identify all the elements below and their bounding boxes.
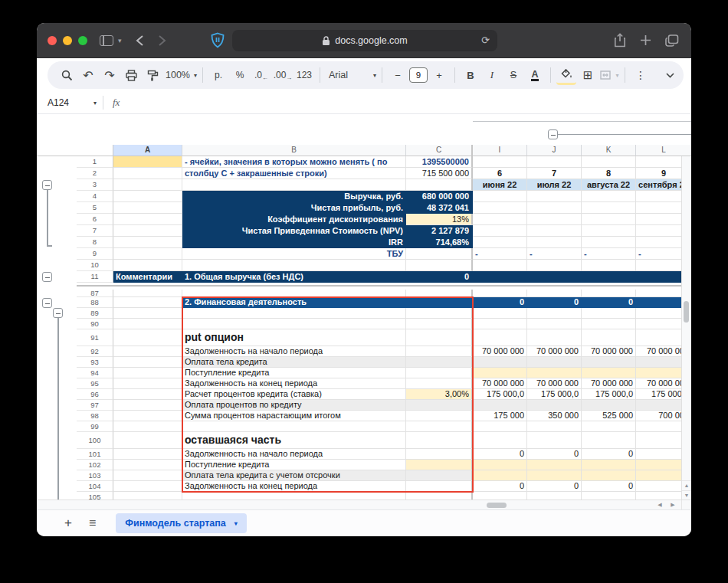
cell-K11[interactable]	[582, 271, 636, 283]
cell-J6[interactable]	[527, 214, 582, 225]
row-header-102[interactable]: 102	[77, 460, 113, 470]
cell-J101[interactable]: 0	[527, 449, 582, 460]
cell-K3[interactable]: августа 22	[582, 179, 636, 191]
tab-overview-icon[interactable]	[665, 34, 679, 47]
cell-B96[interactable]: Расчет процентов кредита (ставка)	[182, 389, 406, 400]
cell-J11[interactable]	[527, 271, 582, 283]
cell-I104[interactable]: 0	[473, 481, 527, 492]
row-header-4[interactable]: 4	[77, 191, 113, 202]
cell-A4[interactable]	[113, 191, 182, 202]
cell-I97[interactable]	[473, 400, 527, 411]
cell-J92[interactable]: 70 000 000	[527, 346, 582, 357]
cell-K93[interactable]	[582, 357, 636, 368]
cell-B11[interactable]: 1. Общая выручка (без НДС)	[182, 271, 406, 283]
cell-B90[interactable]	[182, 319, 406, 329]
cell-K9[interactable]: -	[582, 248, 636, 260]
cell-A88[interactable]	[113, 297, 182, 308]
cell-J2[interactable]: 7	[527, 168, 582, 179]
address-bar[interactable]: docs.google.com ⟳	[232, 30, 497, 51]
row-header-103[interactable]: 103	[77, 470, 113, 481]
cell-B7[interactable]: Чистая Приведенная Стоимость (NPV)	[182, 225, 406, 237]
cell-A93[interactable]	[113, 357, 182, 368]
cell-I1[interactable]	[473, 156, 527, 168]
cell-K102[interactable]	[582, 460, 636, 470]
cell-C1[interactable]: 1395500000	[406, 156, 473, 168]
cell-B94[interactable]: Поступление кредита	[182, 368, 406, 378]
cell-K100[interactable]	[582, 432, 636, 449]
cell-B3[interactable]	[182, 179, 406, 191]
share-icon[interactable]	[614, 33, 626, 47]
row-header-7[interactable]: 7	[77, 225, 113, 237]
cell-C3[interactable]	[406, 179, 473, 191]
cell-B89[interactable]	[182, 308, 406, 319]
cell-J7[interactable]	[527, 225, 582, 237]
cell-A7[interactable]	[113, 225, 182, 237]
cell-C100[interactable]	[406, 432, 473, 449]
cell-A11[interactable]: Комментарии	[113, 271, 182, 283]
cell-J95[interactable]: 70 000 000	[527, 378, 582, 389]
cell-C7[interactable]: 2 127 879	[406, 225, 473, 237]
borders-icon[interactable]: ⊞	[578, 65, 598, 85]
cell-B1[interactable]: - ячейки, значения в которых можно менят…	[182, 156, 406, 168]
row-header-89[interactable]: 89	[77, 308, 113, 319]
cell-C9[interactable]	[406, 248, 473, 260]
cell-A95[interactable]	[113, 378, 182, 389]
chevron-down-icon[interactable]: ▾	[118, 37, 122, 44]
row-header-95[interactable]: 95	[77, 378, 113, 389]
cell-C6[interactable]: 13%	[406, 214, 473, 225]
cell-K1[interactable]	[582, 156, 636, 168]
row-header-8[interactable]: 8	[77, 237, 113, 248]
cell-K97[interactable]	[582, 400, 636, 411]
cell-J93[interactable]	[527, 357, 582, 368]
cell-I89[interactable]	[473, 308, 527, 319]
print-icon[interactable]	[121, 65, 141, 85]
cell-J88[interactable]: 0	[527, 297, 582, 308]
cell-I11[interactable]	[473, 271, 527, 283]
cell-B9[interactable]: ТБУ	[182, 248, 406, 260]
new-tab-icon[interactable]	[640, 34, 651, 46]
row-header-3[interactable]: 3	[77, 179, 113, 191]
cell-J87[interactable]	[527, 290, 582, 297]
row-header-11[interactable]: 11	[77, 271, 113, 283]
cell-A96[interactable]	[113, 389, 182, 400]
row-header-2[interactable]: 2	[77, 168, 113, 179]
minimize-window-button[interactable]	[63, 36, 72, 45]
bold-button[interactable]: B	[461, 65, 480, 85]
cell-A6[interactable]	[113, 214, 182, 225]
cell-I3[interactable]: июня 22	[473, 179, 527, 191]
row-header-10[interactable]: 10	[77, 260, 113, 271]
cell-J89[interactable]	[527, 308, 582, 319]
cell-K94[interactable]	[582, 368, 636, 378]
cell-A100[interactable]	[113, 432, 182, 449]
cell-C97[interactable]	[406, 400, 473, 411]
format-percent-button[interactable]: %	[230, 65, 250, 85]
horizontal-scrollbar[interactable]: ◀ ▶	[37, 499, 691, 509]
row-header-101[interactable]: 101	[77, 449, 113, 460]
cell-I7[interactable]	[473, 225, 527, 237]
forward-button[interactable]	[158, 34, 166, 47]
cell-I98[interactable]: 175 000	[473, 411, 527, 421]
row-header-104[interactable]: 104	[77, 481, 113, 492]
cell-K91[interactable]	[582, 329, 636, 346]
cell-B87[interactable]	[182, 290, 406, 297]
cell-C87[interactable]	[406, 290, 473, 297]
cell-I100[interactable]	[473, 432, 527, 449]
cell-B93[interactable]: Оплата тела кредита	[182, 357, 406, 368]
cell-C94[interactable]	[406, 368, 473, 378]
sidebar-icon[interactable]	[100, 35, 113, 46]
cell-J104[interactable]: 0	[527, 481, 582, 492]
cell-A5[interactable]	[113, 202, 182, 214]
row-header-93[interactable]: 93	[77, 357, 113, 368]
back-button[interactable]	[136, 34, 144, 47]
cell-J8[interactable]	[527, 237, 582, 248]
cell-I4[interactable]	[473, 191, 527, 202]
cell-I101[interactable]: 0	[473, 449, 527, 460]
cell-K5[interactable]	[582, 202, 636, 214]
cell-C4[interactable]: 680 000 000	[406, 191, 473, 202]
cell-J5[interactable]	[527, 202, 582, 214]
cell-I103[interactable]	[473, 470, 527, 481]
cell-I94[interactable]	[473, 368, 527, 378]
cell-J90[interactable]	[527, 319, 582, 329]
row-header-9[interactable]: 9	[77, 248, 113, 260]
undo-icon[interactable]: ↶	[78, 65, 98, 85]
